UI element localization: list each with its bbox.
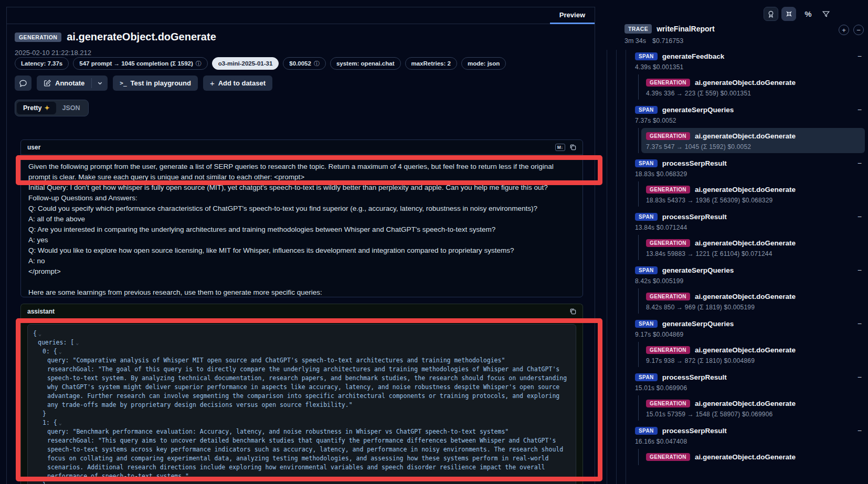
trace-tree-span-node[interactable]: SPAN generateSerpQueries − 9.17s $0.0048… bbox=[632, 318, 868, 367]
json-line: queries: [⌄ bbox=[33, 338, 570, 347]
trace-tree-span-node[interactable]: SPAN generateFeedback − 4.39s $0.001351 … bbox=[632, 51, 868, 100]
generation-type-badge: GENERATION bbox=[646, 132, 690, 140]
generation-title: ai.generateObject.doGenerate bbox=[695, 453, 796, 461]
annotate-dropdown-button[interactable] bbox=[92, 76, 108, 91]
copy-icon[interactable] bbox=[569, 308, 576, 315]
generation-title: ai.generateObject.doGenerate bbox=[695, 293, 796, 300]
collapse-node-icon[interactable]: − bbox=[858, 52, 862, 60]
tab-pretty[interactable]: Pretty ✦ bbox=[17, 102, 56, 114]
copy-icon[interactable] bbox=[569, 144, 576, 150]
collapse-json-icon[interactable]: ⌄ bbox=[38, 331, 41, 337]
comment-button[interactable] bbox=[15, 76, 31, 91]
generation-type-badge: GENERATION bbox=[646, 239, 690, 247]
generation-metrics: 7.37s 547 → 1045 (Σ 1592) $0.0052 bbox=[646, 143, 860, 150]
award-ribbon-icon bbox=[767, 10, 775, 18]
observation-type-badge: GENERATION bbox=[15, 33, 61, 42]
trace-tree-generation-node[interactable]: GENERATION ai.generateObject.doGenerate … bbox=[641, 128, 865, 153]
collapse-node-icon[interactable]: − bbox=[858, 159, 862, 167]
json-line: query: "Benchmark performance evaluation… bbox=[33, 427, 570, 436]
generation-type-badge: GENERATION bbox=[646, 400, 690, 407]
json-line: } bbox=[33, 410, 570, 418]
trace-tree-generation-node[interactable]: GENERATION ai.generateObject.doGenerate … bbox=[641, 181, 865, 207]
trace-tree-span-node[interactable]: SPAN generateSerpQueries − 8.42s $0.0051… bbox=[632, 265, 868, 314]
message-role-label: user bbox=[27, 144, 40, 151]
span-metrics: 18.83s $0.068329 bbox=[635, 170, 868, 178]
chat-bubble-icon bbox=[19, 79, 27, 88]
annotate-split-button: Annotate bbox=[37, 76, 108, 91]
generation-title: ai.generateObject.doGenerate bbox=[695, 132, 796, 140]
collapse-node-icon[interactable]: − bbox=[858, 266, 862, 274]
filter-button[interactable] bbox=[819, 7, 833, 21]
generation-type-badge: GENERATION bbox=[646, 79, 690, 87]
add-to-dataset-button[interactable]: + Add to dataset bbox=[203, 76, 272, 91]
collapse-node-icon[interactable]: − bbox=[858, 212, 862, 221]
generation-metrics: 4.39s 336 → 223 (Σ 559) $0.001351 bbox=[646, 90, 860, 97]
span-type-badge: SPAN bbox=[635, 106, 658, 114]
collapse-json-icon[interactable]: ⌄ bbox=[76, 340, 79, 346]
collapse-node-icon[interactable]: − bbox=[858, 373, 862, 381]
trace-tree-span-node[interactable]: SPAN processSerpResult − 18.83s $0.06832… bbox=[632, 158, 868, 207]
info-icon[interactable]: ⓘ bbox=[314, 60, 320, 68]
trace-metrics: 3m 34s $0.716753 bbox=[624, 37, 683, 45]
expand-all-button[interactable]: + bbox=[839, 25, 849, 35]
trace-tree-generation-node[interactable]: GENERATION ai.generateObject.doGenerate … bbox=[641, 342, 865, 367]
metadata-pill: system: openai.chat bbox=[330, 57, 401, 70]
info-icon[interactable]: ⓘ bbox=[196, 60, 202, 68]
tab-json[interactable]: JSON bbox=[56, 102, 87, 114]
generation-detail-panel: Preview GENERATION ai.generateObject.doG… bbox=[6, 7, 595, 484]
collapse-node-icon[interactable]: − bbox=[858, 426, 862, 435]
assistant-message-card: assistant {⌄queries: [⌄0: {⌄query: "Comp… bbox=[20, 304, 583, 484]
collapse-json-icon[interactable]: ⌄ bbox=[59, 420, 62, 426]
span-type-badge: SPAN bbox=[635, 320, 658, 328]
json-line: 1: {⌄ bbox=[33, 418, 570, 427]
annotation-queue-button[interactable] bbox=[764, 7, 778, 21]
span-metrics: 9.17s $0.004869 bbox=[635, 331, 868, 338]
json-line: {⌄ bbox=[33, 329, 570, 338]
collapse-node-icon[interactable]: − bbox=[858, 319, 862, 328]
trace-tree-span-node[interactable]: SPAN processSerpResult − 15.01s $0.06990… bbox=[632, 372, 868, 421]
trace-title: writeFinalReport bbox=[657, 25, 714, 33]
scores-percent-button[interactable]: % bbox=[801, 7, 816, 21]
trace-cost: $0.716753 bbox=[652, 37, 683, 45]
detail-tab-bar: Preview bbox=[7, 7, 595, 24]
observation-timestamp: 2025-02-10 21:22:18.212 bbox=[15, 49, 91, 57]
trace-tree-generation-node[interactable]: GENERATION ai.generateObject.doGenerate … bbox=[641, 74, 865, 100]
generation-title: ai.generateObject.doGenerate bbox=[695, 186, 796, 193]
metadata-pill: 547 prompt → 1045 completion (Σ 1592)ⓘ bbox=[73, 57, 208, 70]
generation-metrics: 8.42s 850 → 969 (Σ 1819) $0.005199 bbox=[646, 304, 860, 311]
trace-tree-generation-node[interactable]: GENERATION ai.generateObject.doGenerate … bbox=[641, 288, 865, 314]
tree-indent-guide bbox=[607, 50, 607, 484]
generation-title: ai.generateObject.doGenerate bbox=[695, 346, 796, 354]
trace-tree-generation-node[interactable]: GENERATION ai.generateObject.doGenerate … bbox=[641, 395, 865, 421]
generation-type-badge: GENERATION bbox=[646, 293, 690, 300]
trace-tree: SPAN generateFeedback − 4.39s $0.001351 … bbox=[632, 51, 868, 484]
trace-type-badge: TRACE bbox=[624, 24, 652, 34]
trace-tree-span-node[interactable]: SPAN generateSerpQueries − 7.37s $0.0052… bbox=[632, 104, 868, 153]
collapse-json-icon[interactable]: ⌄ bbox=[59, 349, 62, 354]
trace-tree-generation-node[interactable]: GENERATION ai.generateObject.doGenerate … bbox=[641, 235, 865, 260]
span-type-badge: SPAN bbox=[635, 159, 658, 167]
pencil-square-icon bbox=[44, 79, 51, 87]
trace-tree-generation-node[interactable]: GENERATION ai.generateObject.doGenerate bbox=[641, 449, 865, 465]
tab-preview[interactable]: Preview bbox=[550, 7, 595, 24]
json-line: 0: {⌄ bbox=[33, 347, 570, 356]
trace-tree-span-node[interactable]: SPAN processSerpResult − 13.84s $0.07124… bbox=[632, 211, 868, 260]
trace-tree-span-node[interactable]: SPAN processSerpResult − 16.16s $0.04740… bbox=[632, 425, 868, 465]
collapse-panel-button[interactable] bbox=[781, 7, 796, 21]
tree-indent-guide bbox=[616, 50, 617, 484]
span-type-badge: SPAN bbox=[635, 373, 658, 381]
funnel-icon bbox=[822, 10, 830, 18]
generation-title: ai.generateObject.doGenerate bbox=[695, 79, 796, 87]
span-type-badge: SPAN bbox=[635, 427, 658, 435]
plus-icon: + bbox=[210, 79, 215, 88]
sparkles-icon: ✦ bbox=[44, 104, 49, 112]
test-in-playground-button[interactable]: >_ Test in playground bbox=[113, 76, 198, 91]
markdown-toggle-icon[interactable]: M↓ bbox=[555, 144, 565, 151]
collapse-all-button[interactable]: − bbox=[853, 25, 864, 35]
collapse-node-icon[interactable]: − bbox=[858, 105, 862, 114]
span-type-badge: SPAN bbox=[635, 266, 658, 274]
span-metrics: 7.37s $0.0052 bbox=[635, 117, 868, 124]
metadata-pill: Latency: 7.37s bbox=[15, 57, 69, 70]
span-metrics: 16.16s $0.047408 bbox=[635, 438, 868, 445]
annotate-button[interactable]: Annotate bbox=[37, 76, 91, 91]
